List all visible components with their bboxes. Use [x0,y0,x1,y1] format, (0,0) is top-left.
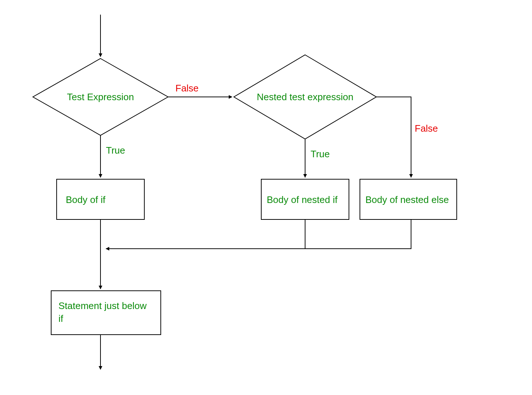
label-test-expression: Test Expression [67,91,134,102]
edge-merge-right-to-left [106,219,411,249]
label-edge-nte-true: True [311,148,330,159]
edge-nte-false [376,97,411,177]
label-statement-below-if-line2: if [58,313,64,324]
flowchart-canvas: Test Expression False Nested test expres… [0,0,532,395]
label-edge-te-false: False [175,83,199,94]
label-edge-nte-false: False [415,123,438,134]
label-body-of-nested-if: Body of nested if [267,194,338,205]
label-body-of-if: Body of if [66,194,106,205]
label-edge-te-true: True [106,145,125,156]
label-body-of-nested-else: Body of nested else [365,194,449,205]
node-statement-below-if [51,291,161,335]
label-statement-below-if-line1: Statement just below [58,300,147,311]
label-nested-test-expression: Nested test expression [257,91,353,102]
